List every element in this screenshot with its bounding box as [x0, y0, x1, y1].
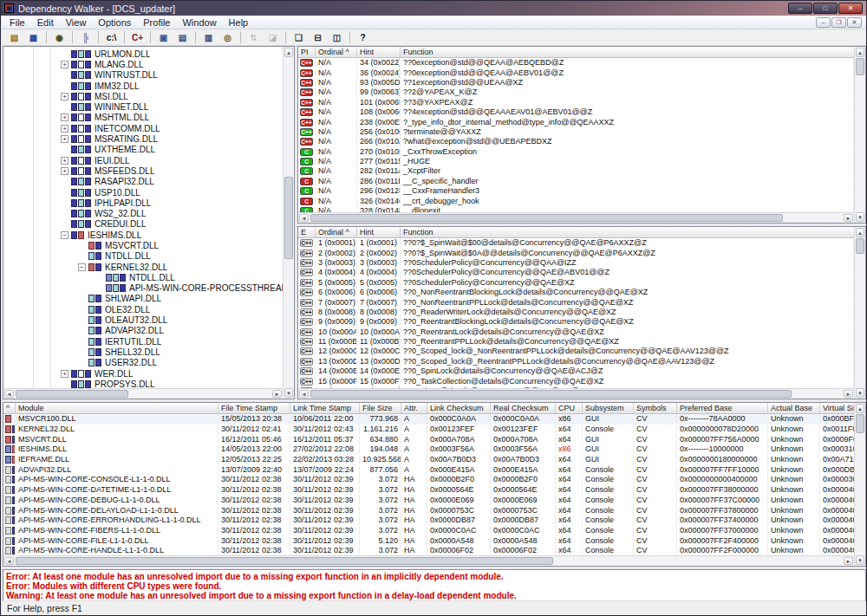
- expand-plus-icon[interactable]: +: [61, 125, 68, 133]
- function-row[interactable]: C++1 (0x0001)1 (0x0001)??0?$_SpinWait@$0…: [298, 238, 854, 248]
- scroll-up-icon[interactable]: ▲: [856, 228, 864, 237]
- function-row[interactable]: C++N/A36 (0x0024)??0exception@std@@QEAA@…: [298, 68, 854, 77]
- scroll-up-icon[interactable]: ▲: [284, 48, 293, 57]
- vertical-scrollbar[interactable]: ▲▼: [854, 403, 865, 566]
- column-header-file-size[interactable]: File Size: [360, 403, 401, 413]
- scroll-right-icon[interactable]: ►: [844, 557, 853, 565]
- menu-item-window[interactable]: Window: [176, 16, 222, 29]
- module-row[interactable]: IEFRAME.DLL12/05/2013 22:2522/02/2013 03…: [3, 455, 854, 465]
- function-row[interactable]: CN/A282 (0x011A)_XcptFilter: [298, 166, 854, 176]
- module-row[interactable]: API-MS-WIN-CORE-DEBUG-L1-1-0.DLL30/11/20…: [3, 496, 854, 506]
- scroll-right-icon[interactable]: ►: [844, 390, 853, 398]
- function-row[interactable]: CN/A277 (0x0115)_HUGE: [298, 157, 854, 166]
- column-header-link-time-stamp[interactable]: Link Time Stamp: [290, 403, 360, 413]
- function-row[interactable]: C++N/A108 (0x006C)??4exception@std@@QEAA…: [298, 107, 854, 117]
- mdi-restore-button[interactable]: ❐: [831, 17, 846, 28]
- scroll-down-icon[interactable]: ▼: [856, 212, 864, 222]
- column-header-real-checksum[interactable]: Real Checksum: [491, 403, 556, 413]
- vertical-scroll-thumb[interactable]: [284, 177, 293, 259]
- column-header-symbols[interactable]: Symbols: [634, 403, 677, 413]
- tree-item[interactable]: +MSRATING.DLL: [3, 133, 283, 144]
- tree-item[interactable]: URLMON.DLL: [3, 49, 283, 59]
- module-row[interactable]: API-MS-WIN-CORE-DELAYLOAD-L1-1-0.DLL30/1…: [3, 505, 854, 515]
- vertical-scrollbar[interactable]: ▲▼: [854, 227, 865, 399]
- vertical-scroll-thumb[interactable]: [856, 58, 864, 75]
- column-header-hint[interactable]: Hint: [357, 47, 401, 57]
- module-row[interactable]: IESHIMS.DLL14/05/2013 22:0027/02/2012 22…: [3, 444, 854, 455]
- horizontal-scroll-thumb[interactable]: [310, 214, 783, 222]
- tree-item[interactable]: USP10.DLL: [3, 187, 283, 198]
- collapse-minus-icon[interactable]: −: [61, 231, 68, 239]
- scroll-left-icon[interactable]: ◄: [4, 390, 14, 398]
- cascade-windows-icon[interactable]: ❏: [290, 30, 308, 45]
- column-header-ordinal-[interactable]: Ordinal ^: [316, 47, 357, 57]
- scroll-left-icon[interactable]: ◄: [4, 557, 14, 565]
- tree-item[interactable]: MSVCRT.DLL: [3, 240, 283, 250]
- column-header-cpu[interactable]: CPU: [556, 403, 583, 413]
- tree-item[interactable]: RASAPI32.DLL: [3, 177, 283, 187]
- refresh-icon[interactable]: ◪: [264, 30, 282, 45]
- scroll-down-icon[interactable]: ▼: [284, 388, 293, 398]
- menu-item-file[interactable]: File: [3, 16, 31, 29]
- scroll-right-icon[interactable]: ►: [272, 390, 282, 398]
- horizontal-scrollbar[interactable]: ◄►: [3, 555, 854, 566]
- column-header-link-checksum[interactable]: Link Checksum: [427, 403, 491, 413]
- horizontal-scrollbar[interactable]: ◄►: [298, 212, 854, 223]
- tree-item[interactable]: WS2_32.DLL: [3, 208, 283, 218]
- function-row[interactable]: C++N/A101 (0x0065)??3@YAXPEAX@Z: [298, 98, 854, 107]
- column-header-pi[interactable]: PI: [298, 47, 316, 57]
- tree-item[interactable]: API-MS-WIN-CORE-PROCESSTHREADS-L1: [3, 283, 283, 294]
- column-header-ordinal-[interactable]: Ordinal ^: [316, 227, 357, 237]
- menu-item-help[interactable]: Help: [223, 16, 255, 29]
- tree-item[interactable]: +IEUI.DLL: [3, 155, 283, 165]
- vertical-scrollbar[interactable]: ▲▼: [283, 47, 294, 399]
- function-row[interactable]: C++6 (0x0006)6 (0x0006)??0_NonReentrantB…: [298, 288, 854, 297]
- undecorate-icon[interactable]: C+: [128, 30, 147, 45]
- function-row[interactable]: CN/A328 (0x0148)__dllonexit: [298, 206, 854, 212]
- collapse-minus-icon[interactable]: −: [78, 263, 86, 271]
- tree-item[interactable]: +WER.DLL: [3, 368, 283, 379]
- function-row[interactable]: C++11 (0x000B)11 (0x000B)??0_ReentrantPP…: [298, 337, 854, 347]
- function-row[interactable]: C++9 (0x0009)9 (0x0009)??0_ReentrantBloc…: [298, 317, 854, 327]
- scroll-down-icon[interactable]: ▼: [856, 555, 864, 565]
- profile-icon[interactable]: ◉: [50, 30, 68, 45]
- function-row[interactable]: C++12 (0x000C)12 (0x000C)??0_Scoped_lock…: [298, 347, 854, 356]
- horizontal-scrollbar[interactable]: ◄►: [298, 388, 854, 399]
- horizontal-scrollbar[interactable]: ◄►: [3, 388, 283, 399]
- module-row[interactable]: API-MS-WIN-CORE-FIBERS-L1-1-0.DLL30/11/2…: [3, 526, 854, 536]
- column-header-hint[interactable]: Hint: [357, 227, 401, 237]
- tree-item[interactable]: UXTHEME.DLL: [3, 145, 283, 155]
- horizontal-scroll-thumb[interactable]: [16, 557, 553, 565]
- expand-plus-icon[interactable]: +: [61, 61, 68, 68]
- function-row[interactable]: C++5 (0x0005)5 (0x0005)??0SchedulerPolic…: [298, 278, 854, 288]
- function-row[interactable]: C++N/A93 (0x005D)??1exception@std@@UEAA@…: [298, 78, 854, 88]
- tree-item[interactable]: WININET.DLL: [3, 101, 283, 112]
- expand-plus-icon[interactable]: +: [61, 157, 68, 165]
- module-row[interactable]: API-MS-WIN-CORE-HANDLE-L1-1-0.DLL30/11/2…: [3, 546, 854, 555]
- tree-item[interactable]: +MLANG.DLL: [3, 59, 283, 69]
- minimize-button[interactable]: –: [788, 3, 812, 14]
- tree-item[interactable]: OLEAUT32.DLL: [3, 314, 283, 325]
- tree-item[interactable]: +INETCOMM.DLL: [3, 123, 283, 133]
- tree-item[interactable]: +MSHTML.DLL: [3, 113, 283, 123]
- function-row[interactable]: CN/A326 (0x0146)__crt_debugger_hook: [298, 196, 854, 205]
- save-icon[interactable]: ▦: [24, 30, 42, 45]
- tree-item[interactable]: IERTUTIL.DLL: [3, 336, 283, 347]
- module-row[interactable]: ADVAPI32.DLL13/07/2009 22:4013/07/2009 2…: [3, 464, 854, 475]
- tree-item[interactable]: NTDLL.DLL: [3, 251, 283, 262]
- column-header-file-time-stamp[interactable]: File Time Stamp: [218, 403, 290, 413]
- tree-item[interactable]: OLE32.DLL: [3, 304, 283, 314]
- column-header-e[interactable]: E: [298, 227, 316, 237]
- tree-item[interactable]: +MSI.DLL: [3, 91, 283, 101]
- tree-item[interactable]: SHELL32.DLL: [3, 347, 283, 357]
- function-row[interactable]: C++N/A266 (0x010A)?what@exception@std@@U…: [298, 137, 854, 146]
- scroll-up-icon[interactable]: ▲: [856, 404, 864, 413]
- tree-item[interactable]: +MSFEEDS.DLL: [3, 165, 283, 176]
- menu-item-view[interactable]: View: [60, 16, 93, 29]
- module-row[interactable]: API-MS-WIN-CORE-FILE-L1-1-0.DLL30/11/201…: [3, 535, 854, 546]
- close-button[interactable]: ✕: [838, 3, 863, 14]
- tree-item[interactable]: WINTRUST.DLL: [3, 70, 283, 81]
- tree-item[interactable]: IPHLPAPI.DLL: [3, 198, 283, 208]
- function-row[interactable]: C++8 (0x0008)8 (0x0008)??0_ReaderWriterL…: [298, 308, 854, 317]
- column-header-actual-base[interactable]: Actual Base: [768, 403, 820, 413]
